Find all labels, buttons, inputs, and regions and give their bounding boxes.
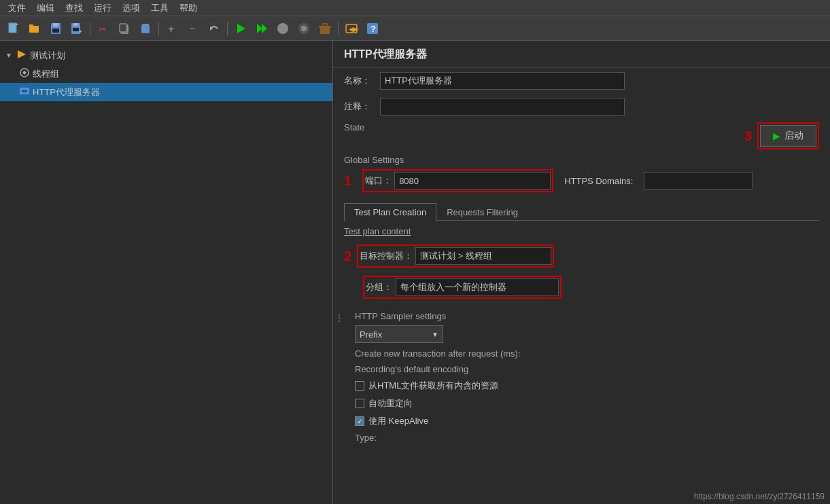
name-label: 名称： [344,75,375,87]
toolbar-start-nopause[interactable] [252,19,271,38]
tab-content: Test plan content 2 目标控制器： 分组： HTTP Samp… [333,221,830,451]
checkbox-keepalive[interactable]: ✓ [355,416,364,426]
global-settings: Global Settings 1 端口： HTTPS Domains: [333,152,830,198]
target-controller-input[interactable] [415,247,551,265]
checkbox-html-resources[interactable] [355,381,364,391]
svg-text:−: − [190,23,195,34]
svg-rect-25 [320,27,330,34]
start-button-wrapper: ▶ 启动 [757,122,819,149]
tree-item-thread-group-label: 线程组 [33,68,59,80]
svg-rect-27 [323,24,327,26]
toolbar-cut[interactable]: ✂ [94,19,113,38]
toolbar-undo[interactable] [205,19,224,38]
checkbox-row-html-resources: 从HTML文件获取所有内含的资源 [344,377,819,395]
toolbar-start[interactable] [231,19,250,38]
target-controller-outline: 目标控制器： [357,245,554,268]
svg-text:+: + [79,29,82,35]
svg-rect-8 [73,23,78,26]
prefix-dropdown[interactable]: Prefix ▼ [355,325,443,343]
checkbox-redirect[interactable] [355,399,364,408]
badge-1: 1 [344,173,351,189]
tree-item-thread-group[interactable]: 线程组 [0,65,332,83]
menu-run[interactable]: 运行 [88,1,117,16]
toolbar-save[interactable] [46,19,65,38]
tree-root-icon [16,49,27,62]
menu-file[interactable]: 文件 [3,1,31,16]
menu-find[interactable]: 查找 [60,1,88,16]
checkbox-html-resources-label: 从HTML文件获取所有内含的资源 [368,380,498,392]
svg-text:?: ? [370,24,376,34]
encoding-label: Recording's default encoding [355,364,468,374]
prefix-label: Prefix [360,329,382,340]
name-input[interactable] [380,72,625,90]
toolbar-paste[interactable] [136,19,155,38]
port-input[interactable] [394,172,551,190]
svg-text:✂: ✂ [99,24,107,35]
left-panel: ▼ 测试计划 线程组 HTTP代理服务器 [0,41,333,504]
checkbox-row-keepalive: ✓ 使用 KeepAlive [344,412,819,430]
svg-rect-13 [120,24,126,32]
toolbar-add[interactable]: + [162,19,181,38]
checkbox-keepalive-label: 使用 KeepAlive [368,415,428,427]
menubar: 文件 编辑 查找 运行 选项 工具 帮助 [0,0,830,16]
panel-title: HTTP代理服务器 [333,41,830,68]
menu-help[interactable]: 帮助 [174,1,203,16]
toolbar-clear[interactable] [315,19,334,38]
port-outline: 端口： [362,169,553,192]
tree-item-proxy[interactable]: HTTP代理服务器 [0,83,332,101]
svg-rect-6 [52,29,59,33]
toolbar-remote[interactable]: ◀▶ [342,19,361,38]
comment-input[interactable] [380,98,625,115]
toolbar-saveas[interactable]: + [67,19,86,38]
svg-text:+: + [168,23,174,35]
grouping-row: 分组： [344,272,819,303]
right-panel: HTTP代理服务器 名称： 注释： State 3 ▶ 启动 [333,41,830,504]
toolbar-new[interactable] [4,19,23,38]
global-row: 1 端口： HTTPS Domains: [344,169,819,192]
comment-row: 注释： [333,94,830,120]
https-domains-input[interactable] [644,172,753,190]
svg-marker-19 [237,24,245,33]
svg-rect-0 [9,23,16,33]
toolbar: + ✂ + − ◀▶ ? [0,16,830,41]
transaction-label: Create new transaction after request (ms… [355,348,521,359]
checkmark-icon: ✓ [357,418,362,425]
tabs: Test Plan Creation Requests Filtering [344,203,819,221]
expand-arrow: ▼ [5,52,12,59]
menu-edit[interactable]: 编辑 [31,1,60,16]
svg-marker-21 [262,24,267,33]
svg-rect-9 [73,28,79,31]
svg-rect-35 [22,90,27,92]
toolbar-stop-gray[interactable] [273,19,292,38]
start-button[interactable]: ▶ 启动 [760,125,816,147]
menu-tools[interactable]: 工具 [145,1,174,16]
badge-2: 2 [344,249,351,264]
svg-point-24 [301,26,307,31]
toolbar-help[interactable]: ? [363,19,382,38]
tree-root[interactable]: ▼ 测试计划 [0,46,332,65]
http-sampler-label: HTTP Sampler settings [355,311,808,321]
toolbar-sep-1 [90,22,90,35]
tree-item-proxy-label: HTTP代理服务器 [33,86,100,98]
toolbar-remove[interactable]: − [184,19,203,38]
comment-label: 注释： [344,101,375,113]
svg-rect-5 [53,23,58,26]
transaction-row: Create new transaction after request (ms… [344,346,819,361]
toolbar-copy[interactable] [115,19,134,38]
menu-options[interactable]: 选项 [117,1,145,16]
toolbar-sep-2 [158,22,159,35]
toolbar-open[interactable] [25,19,44,38]
toolbar-stop-dark[interactable] [294,19,313,38]
type-label: Type: [355,433,377,443]
grouping-input[interactable] [396,278,559,296]
name-row: 名称： [333,68,830,94]
tab-requests-filtering[interactable]: Requests Filtering [436,203,528,221]
svg-point-22 [277,23,288,34]
tab-test-plan-creation[interactable]: Test Plan Creation [344,203,436,221]
proxy-icon [19,86,30,98]
svg-text:◀▶: ◀▶ [349,26,358,33]
play-icon: ▶ [773,130,780,141]
svg-marker-32 [18,50,26,58]
checkbox-row-redirect: 自动重定向 [344,395,819,412]
svg-rect-15 [141,25,150,33]
